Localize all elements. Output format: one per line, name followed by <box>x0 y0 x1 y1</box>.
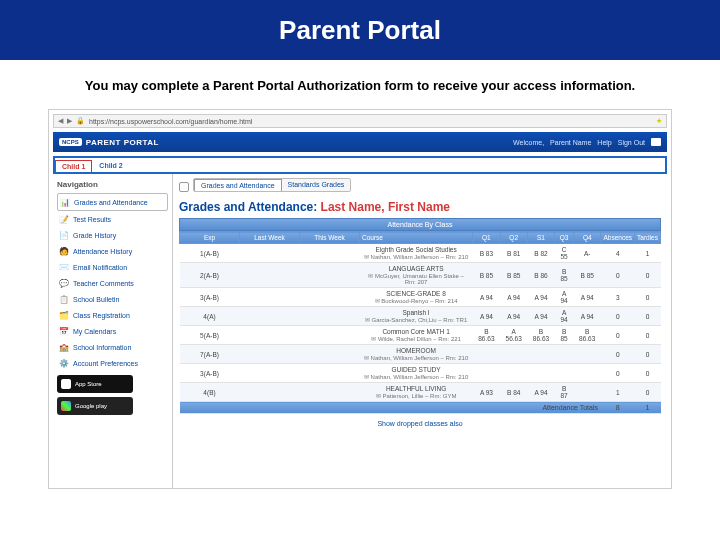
cell-grade[interactable]: B 87 <box>555 383 574 402</box>
nav-icon: 📋 <box>59 294 69 304</box>
cell-grade[interactable] <box>555 345 574 364</box>
nav-back-icon[interactable]: ◀ <box>58 117 63 125</box>
attendance-table: Exp Last Week This Week Course Q1 Q2 S1 … <box>179 231 661 414</box>
cell-grade[interactable]: B 84 <box>500 383 527 402</box>
sidebar-item-test-results[interactable]: 📝Test Results <box>57 211 168 227</box>
welcome-label: Welcome, <box>513 139 544 146</box>
nav-label: Grade History <box>73 232 116 239</box>
cell-course[interactable]: HOMEROOM✉ Nathan, William Jefferson – Rm… <box>360 345 473 364</box>
cell-course[interactable]: SCIENCE-GRADE 8✉ Buckwood-Renyo – Rm: 21… <box>360 288 473 307</box>
bookmark-star-icon[interactable]: ★ <box>656 117 662 125</box>
sidebar-item-teacher-comments[interactable]: 💬Teacher Comments <box>57 275 168 291</box>
cell-grade[interactable]: A 94 <box>473 288 500 307</box>
sidebar-item-attendance-history[interactable]: 🧑Attendance History <box>57 243 168 259</box>
appstore-badge[interactable]: App Store <box>57 375 133 393</box>
cell-grade[interactable]: B 85 <box>555 263 574 288</box>
cell-grade[interactable]: B 86.63 <box>473 326 500 345</box>
cell-grade: 4 <box>601 244 635 263</box>
tab-grades-attendance[interactable]: Grades and Attendance <box>194 179 282 191</box>
printer-icon[interactable] <box>651 138 661 146</box>
cell-grade[interactable]: B 82 <box>527 244 554 263</box>
cell-course[interactable]: HEALTHFUL LIVING✉ Patterson, Lillie – Rm… <box>360 383 473 402</box>
cell-grade[interactable]: B 81 <box>500 244 527 263</box>
mini-toggle-icon[interactable] <box>179 182 189 192</box>
cell-grade[interactable]: B 85 <box>574 263 601 288</box>
sidebar-item-school-bulletin[interactable]: 📋School Bulletin <box>57 291 168 307</box>
nav-label: Test Results <box>73 216 111 223</box>
cell-grade[interactable] <box>473 345 500 364</box>
cell-grade[interactable]: B 85 <box>555 326 574 345</box>
nav-label: Class Registration <box>73 312 130 319</box>
slide-subtitle: You may complete a Parent Portal Authori… <box>0 60 720 103</box>
sidebar-item-my-calendars[interactable]: 📅My Calendars <box>57 323 168 339</box>
browser-url-bar[interactable]: ◀ ▶ 🔒 https://ncps.uspowerschool.com/gua… <box>53 114 667 128</box>
cell-grade[interactable]: A 94 <box>527 288 554 307</box>
cell-grade[interactable]: A 56.63 <box>500 326 527 345</box>
col-course: Course <box>360 232 473 244</box>
cell-grade[interactable]: A 93 <box>473 383 500 402</box>
cell-grade[interactable] <box>527 364 554 383</box>
screenshot-frame: ◀ ▶ 🔒 https://ncps.uspowerschool.com/gua… <box>48 109 672 489</box>
cell-grade[interactable]: A 94 <box>473 307 500 326</box>
nav-icon: 🧑 <box>59 246 69 256</box>
cell-grade[interactable] <box>574 364 601 383</box>
cell-grade[interactable]: A 94 <box>574 288 601 307</box>
sidebar-item-grades-and-attendance[interactable]: 📊Grades and Attendance <box>57 193 168 211</box>
cell-grade[interactable]: A 94 <box>500 307 527 326</box>
nav-forward-icon[interactable]: ▶ <box>67 117 72 125</box>
show-dropped-link[interactable]: Show dropped classes also <box>179 414 661 433</box>
cell-grade[interactable]: A 94 <box>500 288 527 307</box>
sidebar-item-account-preferences[interactable]: ⚙️Account Preferences <box>57 355 168 371</box>
sidebar-item-school-information[interactable]: 🏫School Information <box>57 339 168 355</box>
col-tardies: Tardies <box>635 232 661 244</box>
googleplay-badge[interactable]: Google play <box>57 397 133 415</box>
cell-course[interactable]: Eighth Grade Social Studies✉ Nathan, Wil… <box>360 244 473 263</box>
cell-course[interactable]: Common Core MATH 1✉ Wilde, Rachel Dillon… <box>360 326 473 345</box>
cell-grade[interactable]: B 86 <box>527 263 554 288</box>
cell-grade[interactable]: A 94 <box>555 307 574 326</box>
col-lastweek: Last Week <box>240 232 300 244</box>
cell-exp: 4(B) <box>180 383 240 402</box>
url-text: https://ncps.uspowerschool.com/guardian/… <box>89 118 252 125</box>
cell-grade[interactable]: A 94 <box>555 288 574 307</box>
nav-label: Teacher Comments <box>73 280 134 287</box>
nav-icon: 🏫 <box>59 342 69 352</box>
cell-grade[interactable] <box>473 364 500 383</box>
col-s1: S1 <box>527 232 554 244</box>
cell-grade[interactable]: A 94 <box>527 307 554 326</box>
cell-course[interactable]: Spanish I✉ Garcia-Sanchez, Chi,Liu – Rm:… <box>360 307 473 326</box>
cell-grade[interactable]: A 94 <box>527 383 554 402</box>
table-row: 4(B)HEALTHFUL LIVING✉ Patterson, Lillie … <box>180 383 661 402</box>
cell-grade[interactable]: B 85 <box>473 263 500 288</box>
cell-grade[interactable] <box>527 345 554 364</box>
cell-course[interactable]: GUIDED STUDY✉ Nathan, William Jefferson … <box>360 364 473 383</box>
totals-label: Attendance Totals <box>180 402 601 414</box>
cell-grade[interactable] <box>574 383 601 402</box>
cell-grade[interactable]: B 86.63 <box>574 326 601 345</box>
district-logo: NCPS <box>59 138 82 146</box>
tab-standards-grades[interactable]: Standards Grades <box>282 179 351 191</box>
cell-lastweek <box>240 364 300 383</box>
cell-grade[interactable]: C 55 <box>555 244 574 263</box>
sidebar-item-grade-history[interactable]: 📄Grade History <box>57 227 168 243</box>
table-row: 5(A-B)Common Core MATH 1✉ Wilde, Rachel … <box>180 326 661 345</box>
cell-grade[interactable] <box>555 364 574 383</box>
col-thisweek: This Week <box>300 232 360 244</box>
help-link[interactable]: Help <box>597 139 611 146</box>
totals-row: Attendance Totals81 <box>180 402 661 414</box>
cell-course[interactable]: LANGUAGE ARTS✉ McGuyer, Umanatu Ellen St… <box>360 263 473 288</box>
cell-grade[interactable]: B 85 <box>500 263 527 288</box>
cell-grade[interactable] <box>500 345 527 364</box>
signout-link[interactable]: Sign Out <box>618 139 645 146</box>
sidebar-item-class-registration[interactable]: 🗂️Class Registration <box>57 307 168 323</box>
totals-abs: 8 <box>601 402 635 414</box>
child-tab-2[interactable]: Child 2 <box>92 159 129 172</box>
cell-grade[interactable] <box>500 364 527 383</box>
cell-grade[interactable] <box>574 345 601 364</box>
cell-grade[interactable]: A 94 <box>574 307 601 326</box>
cell-grade[interactable]: B 83 <box>473 244 500 263</box>
cell-grade[interactable]: B 86.63 <box>527 326 554 345</box>
sidebar-item-email-notification[interactable]: ✉️Email Notification <box>57 259 168 275</box>
child-tab-1[interactable]: Child 1 <box>55 160 92 172</box>
cell-grade[interactable]: A- <box>574 244 601 263</box>
